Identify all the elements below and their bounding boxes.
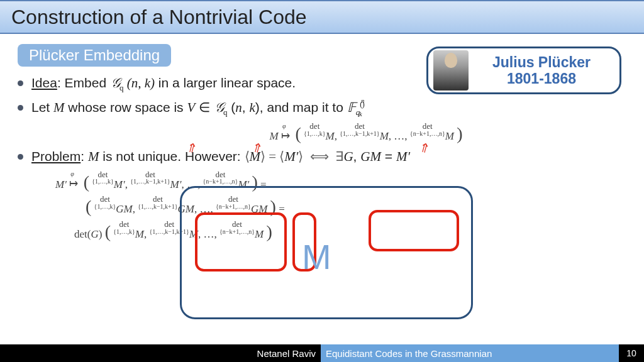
equation-detG: det(G) ( det{1,…,k}M, det{1,…,k−1,k+1}M,…	[74, 221, 626, 242]
slide-body: Plücker Embedding Idea: Embed 𝒢q (n, k) …	[0, 34, 644, 242]
equation-phi-M: M φ↦ ( det{1,…,k}M, det{1,…,k−1,k+1}M, ……	[106, 123, 626, 144]
bullet-list: Idea: Embed 𝒢q (n, k) in a larger linear…	[18, 74, 626, 118]
title-bar: Construction of a Nontrivial Code	[0, 0, 644, 34]
footer-talk-title: Equidistant Codes in the Grassmannian	[321, 344, 619, 362]
equation-GM: ( det{1,…,k}GM, det{1,…,k−1,k+1}GM, …, d…	[86, 195, 626, 217]
section-subtitle: Plücker Embedding	[18, 44, 171, 67]
slide-title: Construction of a Nontrivial Code	[11, 6, 307, 29]
footer-author: Netanel Raviv	[0, 344, 321, 362]
bullet-let: Let M whose row space is V ∈ 𝒢q (n, k), …	[18, 99, 626, 118]
bullet-idea: Idea: Embed 𝒢q (n, k) in a larger linear…	[18, 74, 626, 94]
bullet-problem: Problem: M is not unique. However: ⟨M⟩ =…	[18, 148, 626, 165]
equation-Mprime-1: M′ φ↦ ( det{1,…,k}M′, det{1,…,k−1,k+1}M′…	[55, 171, 626, 192]
footer-bar: Netanel Raviv Equidistant Codes in the G…	[0, 344, 644, 362]
overlay-letter: M	[302, 236, 331, 277]
page-number: 10	[619, 344, 644, 362]
bullet-list-2: Problem: M is not unique. However: ⟨M⟩ =…	[18, 148, 626, 165]
